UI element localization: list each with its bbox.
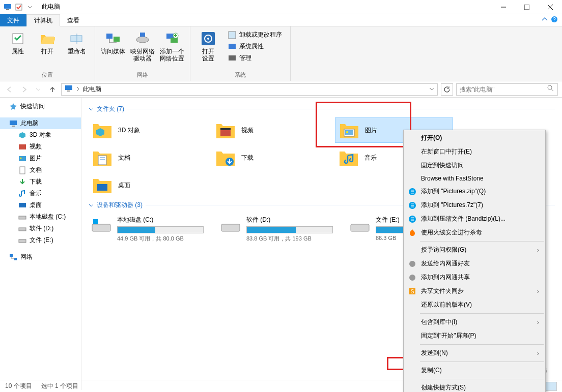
group-folders[interactable]: 文件夹 (7) bbox=[89, 105, 555, 113]
maximize-button[interactable] bbox=[515, 0, 539, 14]
menu-add-share[interactable]: 添加到内网通共享 bbox=[405, 270, 544, 284]
tiles-view-button[interactable] bbox=[546, 382, 557, 391]
intranet-icon bbox=[408, 273, 417, 282]
tab-file[interactable]: 文件 bbox=[0, 14, 26, 26]
menu-huorong[interactable]: 使用火绒安全进行杀毒 bbox=[405, 226, 544, 239]
menu-add-7z[interactable]: 添加到 "Pictures.7z"(7) bbox=[405, 198, 544, 212]
svg-rect-30 bbox=[19, 156, 26, 161]
properties-button[interactable]: 属性 bbox=[4, 28, 32, 70]
folder-videos[interactable]: 视频 bbox=[212, 117, 330, 143]
menu-send-to[interactable]: 发送到(N)› bbox=[405, 346, 544, 360]
menu-add-bandizip[interactable]: 添加到压缩文件 (Bandizip)(L)... bbox=[405, 212, 544, 226]
map-drive-button[interactable]: 映射网络 驱动器 bbox=[129, 28, 156, 70]
menu-send-friend[interactable]: 发送给内网通好友 bbox=[405, 257, 544, 270]
svg-rect-0 bbox=[4, 4, 11, 9]
breadcrumb[interactable]: 此电脑 bbox=[83, 85, 101, 94]
menu-access[interactable]: 授予访问权限(G)› bbox=[405, 243, 544, 257]
svg-rect-50 bbox=[93, 219, 98, 224]
recent-button[interactable] bbox=[33, 84, 44, 95]
help-icon[interactable]: ? bbox=[551, 16, 558, 24]
svg-rect-48 bbox=[97, 184, 107, 191]
search-input[interactable] bbox=[460, 86, 547, 93]
menu-pin-start[interactable]: 固定到"开始"屏幕(P) bbox=[405, 329, 544, 343]
menu-sync[interactable]: S共享文件夹同步› bbox=[405, 284, 544, 298]
sidebar-network[interactable]: 网络 bbox=[0, 251, 81, 263]
search-box[interactable] bbox=[456, 83, 558, 96]
menu-open[interactable]: 打开(O) bbox=[405, 131, 544, 145]
svg-point-25 bbox=[548, 85, 552, 89]
menu-browse-faststone[interactable]: Browse with FastStone bbox=[405, 172, 544, 185]
forward-button[interactable] bbox=[18, 84, 30, 95]
access-media-button[interactable]: 访问媒体 bbox=[99, 28, 127, 70]
svg-rect-8 bbox=[71, 36, 82, 42]
tab-view[interactable]: 查看 bbox=[60, 14, 87, 26]
menu-pin-quick[interactable]: 固定到快速访问 bbox=[405, 159, 544, 172]
pc-icon bbox=[65, 84, 73, 94]
sidebar-drive-e[interactable]: 文件 (E:) bbox=[0, 234, 81, 246]
folder-documents[interactable]: 文档 bbox=[89, 145, 207, 170]
svg-text:?: ? bbox=[553, 17, 556, 22]
drive-d[interactable]: 软件 (D:) 83.8 GB 可用，共 193 GB bbox=[218, 214, 342, 245]
folder-desktop[interactable]: 桌面 bbox=[89, 172, 207, 198]
svg-point-56 bbox=[409, 261, 415, 267]
svg-point-43 bbox=[346, 131, 348, 133]
system-properties-item[interactable]: 系统属性 bbox=[225, 41, 285, 52]
close-button[interactable] bbox=[539, 0, 562, 14]
chevron-right-icon: › bbox=[537, 319, 539, 326]
sidebar-desktop[interactable]: 桌面 bbox=[0, 199, 81, 211]
back-button[interactable] bbox=[4, 84, 15, 95]
menu-add-zip[interactable]: 添加到 "Pictures.zip"(Q) bbox=[405, 185, 544, 198]
drive-c[interactable]: 本地磁盘 (C:) 44.9 GB 可用，共 80.0 GB bbox=[89, 214, 213, 245]
bandizip-icon bbox=[408, 201, 417, 210]
svg-rect-11 bbox=[114, 37, 120, 42]
intranet-icon bbox=[408, 259, 417, 268]
search-icon[interactable] bbox=[547, 85, 554, 94]
minimize-button[interactable] bbox=[492, 0, 515, 14]
bandizip-icon bbox=[408, 187, 417, 196]
tab-computer[interactable]: 计算机 bbox=[26, 14, 60, 26]
svg-rect-29 bbox=[19, 144, 26, 149]
address-bar[interactable]: 此电脑 bbox=[61, 83, 438, 96]
menu-new-window[interactable]: 在新窗口中打开(E) bbox=[405, 145, 544, 159]
menu-library[interactable]: 包含到库中(I)› bbox=[405, 315, 544, 329]
chevron-right-icon[interactable] bbox=[76, 86, 80, 93]
refresh-button[interactable] bbox=[441, 83, 453, 96]
sidebar-pictures[interactable]: 图片 bbox=[0, 153, 81, 164]
sidebar-quick-access[interactable]: 快速访问 bbox=[0, 101, 81, 112]
collapse-ribbon-icon[interactable] bbox=[542, 16, 548, 24]
svg-rect-28 bbox=[12, 126, 15, 127]
svg-rect-22 bbox=[229, 55, 236, 61]
svg-rect-40 bbox=[220, 128, 231, 130]
sidebar-videos[interactable]: 视频 bbox=[0, 141, 81, 153]
ribbon-group-location: 属性 打开 重命名 位置 bbox=[0, 26, 95, 81]
up-button[interactable] bbox=[47, 84, 58, 95]
svg-rect-52 bbox=[351, 224, 369, 231]
pc-icon bbox=[3, 3, 12, 12]
folder-3d-objects[interactable]: 3D 对象 bbox=[89, 117, 207, 143]
checkbox-icon[interactable] bbox=[14, 3, 23, 12]
sidebar-this-pc[interactable]: 此电脑 bbox=[0, 117, 81, 129]
open-button[interactable]: 打开 bbox=[34, 28, 61, 70]
sidebar-drive-c[interactable]: 本地磁盘 (C:) bbox=[0, 211, 81, 223]
svg-rect-33 bbox=[19, 203, 26, 207]
sidebar-documents[interactable]: 文档 bbox=[0, 164, 81, 176]
svg-rect-24 bbox=[67, 91, 70, 92]
menu-restore[interactable]: 还原以前的版本(V) bbox=[405, 298, 544, 312]
open-settings-button[interactable]: 打开 设置 bbox=[194, 28, 222, 70]
sidebar-music[interactable]: 音乐 bbox=[0, 188, 81, 199]
folder-downloads[interactable]: 下载 bbox=[212, 145, 330, 170]
uninstall-programs-item[interactable]: 卸载或更改程序 bbox=[225, 29, 285, 40]
menu-copy[interactable]: 复制(C) bbox=[405, 364, 544, 377]
menu-shortcut[interactable]: 创建快捷方式(S) bbox=[405, 381, 544, 392]
sidebar-3d-objects[interactable]: 3D 对象 bbox=[0, 129, 81, 141]
svg-rect-23 bbox=[65, 85, 72, 90]
chevron-down-icon[interactable] bbox=[429, 86, 434, 93]
add-network-location-button[interactable]: 添加一个 网络位置 bbox=[158, 28, 186, 70]
dropdown-icon[interactable] bbox=[25, 3, 35, 12]
sidebar-downloads[interactable]: 下载 bbox=[0, 176, 81, 188]
rename-button[interactable]: 重命名 bbox=[63, 28, 91, 70]
navigation-bar: 此电脑 bbox=[0, 81, 562, 98]
sidebar-drive-d[interactable]: 软件 (D:) bbox=[0, 223, 81, 234]
manage-item[interactable]: 管理 bbox=[225, 53, 285, 64]
title-bar: 此电脑 bbox=[0, 0, 562, 14]
